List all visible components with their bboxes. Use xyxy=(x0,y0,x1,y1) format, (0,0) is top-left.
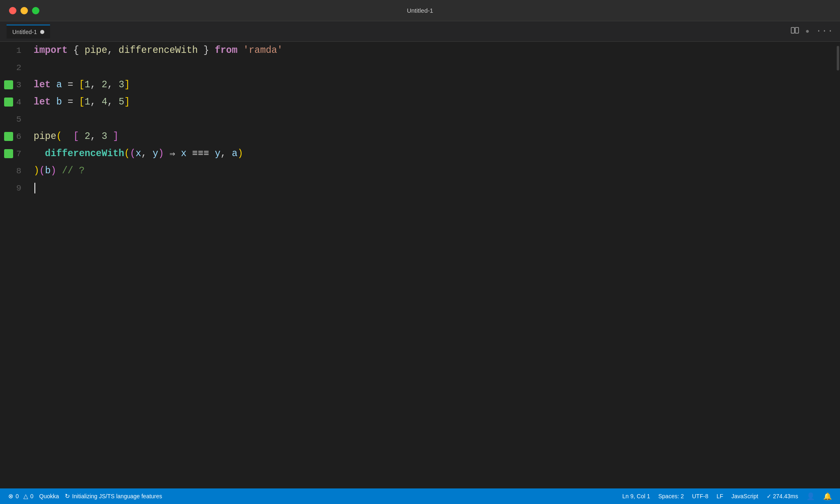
more-actions-icon[interactable]: ··· xyxy=(816,26,833,36)
error-count: 0 xyxy=(16,493,19,499)
svg-rect-1 xyxy=(795,27,799,33)
table-row: 8)(b) // ? xyxy=(0,162,834,179)
table-row: 2 xyxy=(0,59,834,76)
scrollbar[interactable] xyxy=(834,42,840,488)
line-number: 5 xyxy=(0,115,30,124)
table-row: 7 differenceWith((x, y) ⇒ x ≡≡≡ y, a) xyxy=(0,145,834,162)
line-number: 1 xyxy=(0,46,30,55)
line-ending[interactable]: LF xyxy=(717,493,723,499)
tab-unsaved-dot xyxy=(40,30,44,34)
maximize-button[interactable] xyxy=(32,7,39,14)
status-right: Ln 9, Col 1 Spaces: 2 UTF-8 LF JavaScrip… xyxy=(622,492,832,501)
bell-icon[interactable]: 🔔 xyxy=(823,492,832,501)
statusbar: ⊗ 0 △ 0 Quokka ↻ Initializing JS/TS lang… xyxy=(0,488,840,504)
quokka-indicator[interactable]: Quokka xyxy=(39,493,59,499)
tab-label: Untitled-1 xyxy=(12,29,37,35)
svg-rect-0 xyxy=(791,27,794,33)
line-content xyxy=(30,183,35,193)
breakpoint-indicator xyxy=(4,80,13,89)
indentation[interactable]: Spaces: 2 xyxy=(658,493,684,499)
line-number: 8 xyxy=(0,166,30,176)
code-editor[interactable]: 1import { pipe, differenceWith } from 'r… xyxy=(0,42,834,488)
table-row: 4let b = [1, 4, 5] xyxy=(0,93,834,111)
table-row: 1import { pipe, differenceWith } from 'r… xyxy=(0,42,834,59)
warning-count: 0 xyxy=(30,493,34,499)
error-icon: ⊗ xyxy=(8,493,14,500)
line-number: 2 xyxy=(0,63,30,73)
window-title: Untitled-1 xyxy=(407,7,433,14)
minimize-button[interactable] xyxy=(21,7,28,14)
table-row: 5 xyxy=(0,111,834,128)
scrollbar-thumb[interactable] xyxy=(837,46,839,70)
language-mode[interactable]: JavaScript xyxy=(731,493,758,499)
tabbar: Untitled-1 ● ··· xyxy=(0,21,840,42)
breakpoint-indicator xyxy=(4,98,13,107)
close-button[interactable] xyxy=(9,7,16,14)
line-content: import { pipe, differenceWith } from 'ra… xyxy=(30,45,283,56)
tabbar-actions: ● ··· xyxy=(791,26,833,36)
encoding[interactable]: UTF-8 xyxy=(692,493,708,499)
split-editor-icon[interactable] xyxy=(791,27,799,36)
timing: ✓ 274.43ms xyxy=(767,493,798,499)
traffic-lights xyxy=(9,7,39,14)
accounts-icon: 👤 xyxy=(806,492,815,501)
breakpoint-indicator xyxy=(4,132,13,141)
language-status[interactable]: ↻ Initializing JS/TS language features xyxy=(65,493,162,500)
quokka-label: Quokka xyxy=(39,493,59,499)
status-left: ⊗ 0 △ 0 Quokka ↻ Initializing JS/TS lang… xyxy=(8,493,162,500)
sync-icon: ↻ xyxy=(65,493,70,500)
errors-indicator[interactable]: ⊗ 0 △ 0 xyxy=(8,493,34,500)
line-content: )(b) // ? xyxy=(30,166,84,176)
line-number: 9 xyxy=(0,184,30,193)
warning-icon: △ xyxy=(23,493,28,500)
tab-untitled[interactable]: Untitled-1 xyxy=(7,25,50,39)
editor-container: 1import { pipe, differenceWith } from 'r… xyxy=(0,42,840,488)
titlebar: Untitled-1 xyxy=(0,0,840,21)
line-content: differenceWith((x, y) ⇒ x ≡≡≡ y, a) xyxy=(30,148,243,159)
line-content: pipe( [ 2, 3 ] xyxy=(30,131,119,142)
table-row: 9 xyxy=(0,179,834,197)
language-status-text: Initializing JS/TS language features xyxy=(72,493,162,499)
person-icon[interactable]: 👤 xyxy=(806,492,815,501)
breakpoint-indicator xyxy=(4,149,13,158)
cursor-position[interactable]: Ln 9, Col 1 xyxy=(622,493,650,499)
table-row: 3let a = [1, 2, 3] xyxy=(0,76,834,93)
circle-icon: ● xyxy=(806,28,810,35)
notifications-icon: 🔔 xyxy=(823,492,832,501)
line-content: let a = [1, 2, 3] xyxy=(30,79,130,90)
line-content: let b = [1, 4, 5] xyxy=(30,97,130,107)
table-row: 6pipe( [ 2, 3 ] xyxy=(0,128,834,145)
